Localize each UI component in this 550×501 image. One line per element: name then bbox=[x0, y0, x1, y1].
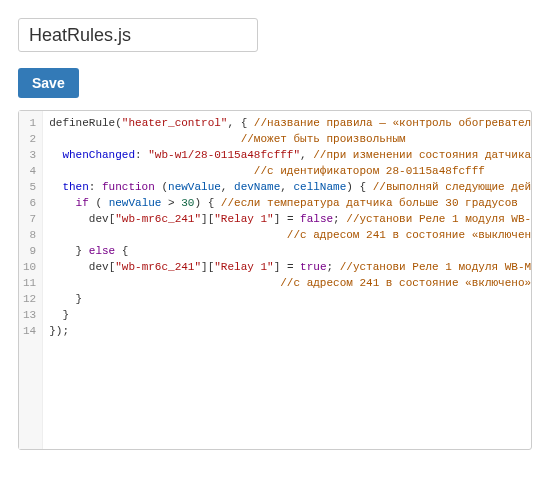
code-token: //с идентификатором 28-0115a48fcfff bbox=[254, 165, 485, 177]
line-number: 3 bbox=[23, 147, 36, 163]
code-token: } bbox=[49, 293, 82, 305]
code-token bbox=[49, 213, 89, 225]
code-token bbox=[49, 133, 240, 145]
code-token: ( bbox=[155, 181, 168, 193]
code-token: newValue bbox=[109, 197, 162, 209]
code-token bbox=[49, 261, 89, 273]
code-token: ; bbox=[327, 261, 340, 273]
code-token: , bbox=[221, 181, 234, 193]
code-token: }); bbox=[49, 325, 69, 337]
code-token bbox=[49, 277, 280, 289]
code-line[interactable]: }); bbox=[49, 323, 525, 339]
code-token: ] = bbox=[274, 213, 300, 225]
code-token: "wb-mr6c_241" bbox=[115, 213, 201, 225]
code-token: , { bbox=[227, 117, 253, 129]
line-number: 7 bbox=[23, 211, 36, 227]
code-line[interactable]: //с идентификатором 28-0115a48fcfff bbox=[49, 163, 525, 179]
code-line[interactable]: } bbox=[49, 307, 525, 323]
code-token: ) { bbox=[194, 197, 220, 209]
code-token: //может быть произвольным bbox=[241, 133, 406, 145]
code-token: dev bbox=[89, 213, 109, 225]
code-token: ( bbox=[89, 197, 109, 209]
code-token: ] = bbox=[274, 261, 300, 273]
line-gutter: 1234567891011121314 bbox=[19, 111, 43, 449]
save-button[interactable]: Save bbox=[18, 68, 79, 98]
code-token: : bbox=[89, 181, 102, 193]
code-token bbox=[49, 229, 287, 241]
code-token: //при изменении состояния датчика 1-Wire bbox=[313, 149, 531, 161]
code-line[interactable]: dev["wb-mr6c_241"]["Relay 1"] = true; //… bbox=[49, 259, 525, 275]
code-token: //с адресом 241 в состояние «включено» bbox=[280, 277, 531, 289]
code-area[interactable]: defineRule("heater_control", { //названи… bbox=[43, 111, 531, 449]
code-token: , bbox=[280, 181, 293, 193]
line-number: 6 bbox=[23, 195, 36, 211]
code-token: dev bbox=[89, 261, 109, 273]
line-number: 9 bbox=[23, 243, 36, 259]
code-token: //выполняй следующие действия bbox=[373, 181, 531, 193]
code-token: devName bbox=[234, 181, 280, 193]
code-editor[interactable]: 1234567891011121314 defineRule("heater_c… bbox=[18, 110, 532, 450]
code-token: cellName bbox=[293, 181, 346, 193]
code-line[interactable]: then: function (newValue, devName, cellN… bbox=[49, 179, 525, 195]
line-number: 11 bbox=[23, 275, 36, 291]
code-token: whenChanged bbox=[62, 149, 135, 161]
code-token: "wb-w1/28-0115a48fcfff" bbox=[148, 149, 300, 161]
filename-input[interactable] bbox=[18, 18, 258, 52]
code-token: ][ bbox=[201, 213, 214, 225]
code-token: "Relay 1" bbox=[214, 261, 273, 273]
code-token: defineRule( bbox=[49, 117, 122, 129]
line-number: 13 bbox=[23, 307, 36, 323]
code-line[interactable]: //с адресом 241 в состояние «выключено» bbox=[49, 227, 525, 243]
code-token: ][ bbox=[201, 261, 214, 273]
line-number: 12 bbox=[23, 291, 36, 307]
code-token: 30 bbox=[181, 197, 194, 209]
line-number: 1 bbox=[23, 115, 36, 131]
code-line[interactable]: } bbox=[49, 291, 525, 307]
code-token: false bbox=[300, 213, 333, 225]
line-number: 5 bbox=[23, 179, 36, 195]
code-token: "heater_control" bbox=[122, 117, 228, 129]
code-token: } bbox=[49, 245, 89, 257]
line-number: 10 bbox=[23, 259, 36, 275]
code-token: //название правила — «контроль обогреват… bbox=[254, 117, 531, 129]
line-number: 8 bbox=[23, 227, 36, 243]
code-token: > bbox=[161, 197, 181, 209]
code-token: //установи Реле 1 модуля WB-MR6C bbox=[340, 261, 531, 273]
line-number: 4 bbox=[23, 163, 36, 179]
code-token: ; bbox=[333, 213, 346, 225]
code-token: } bbox=[49, 309, 69, 321]
code-token: ) { bbox=[346, 181, 372, 193]
code-token: //установи Реле 1 модуля WB-MR6C bbox=[346, 213, 531, 225]
code-line[interactable]: if ( newValue > 30) { //если температура… bbox=[49, 195, 525, 211]
code-token bbox=[49, 181, 62, 193]
line-number: 2 bbox=[23, 131, 36, 147]
code-token: { bbox=[115, 245, 128, 257]
code-line[interactable]: //с адресом 241 в состояние «включено» bbox=[49, 275, 525, 291]
code-token bbox=[49, 165, 254, 177]
code-token: else bbox=[89, 245, 115, 257]
code-line[interactable]: defineRule("heater_control", { //названи… bbox=[49, 115, 525, 131]
code-token: //если температура датчика больше 30 гра… bbox=[221, 197, 518, 209]
line-number: 14 bbox=[23, 323, 36, 339]
code-line[interactable]: } else { bbox=[49, 243, 525, 259]
code-line[interactable]: //может быть произвольным bbox=[49, 131, 525, 147]
code-token: : bbox=[135, 149, 148, 161]
code-token: if bbox=[76, 197, 89, 209]
code-line[interactable]: dev["wb-mr6c_241"]["Relay 1"] = false; /… bbox=[49, 211, 525, 227]
code-token: //с адресом 241 в состояние «выключено» bbox=[287, 229, 531, 241]
code-token: "wb-mr6c_241" bbox=[115, 261, 201, 273]
code-token: "Relay 1" bbox=[214, 213, 273, 225]
code-token bbox=[49, 149, 62, 161]
code-token: then bbox=[62, 181, 88, 193]
code-token: true bbox=[300, 261, 326, 273]
code-token: , bbox=[300, 149, 313, 161]
code-token bbox=[49, 197, 75, 209]
code-token: function bbox=[102, 181, 155, 193]
code-line[interactable]: whenChanged: "wb-w1/28-0115a48fcfff", //… bbox=[49, 147, 525, 163]
code-token: newValue bbox=[168, 181, 221, 193]
